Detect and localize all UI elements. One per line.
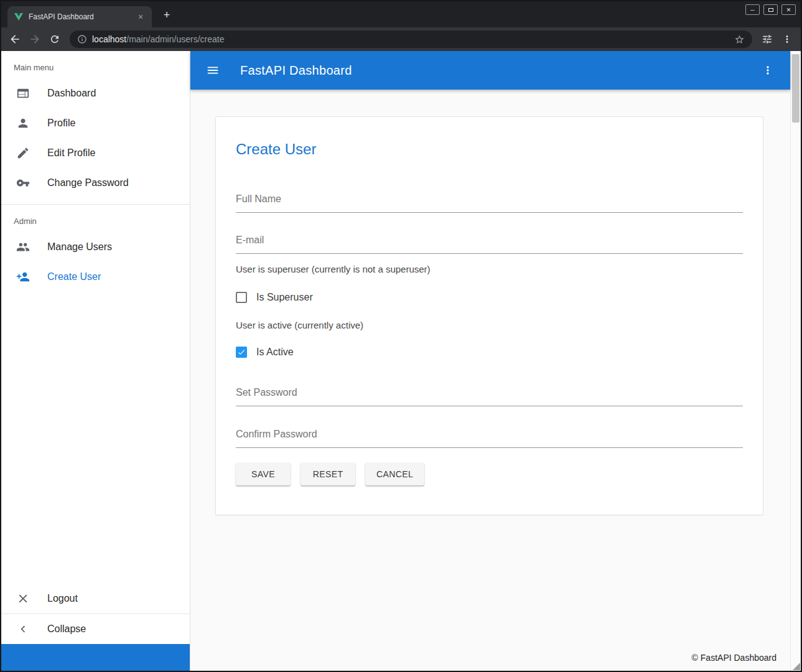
browser-menu-icon[interactable] [778, 30, 796, 48]
maximize-button[interactable] [763, 4, 778, 15]
browser-toolbar: localhost /main/admin/users/create [1, 27, 801, 51]
reset-button[interactable]: RESET [301, 463, 355, 485]
hamburger-menu-icon[interactable] [204, 62, 221, 79]
superuser-checkbox-row[interactable]: Is Superuser [236, 292, 743, 303]
sidebar-bottom-strip [1, 644, 190, 671]
full-name-field [236, 194, 743, 213]
sidebar-item-label: Edit Profile [47, 147, 95, 159]
address-bar[interactable]: localhost /main/admin/users/create [70, 30, 752, 48]
tab-title: FastAPI Dashboard [29, 12, 131, 21]
page-title: Create User [236, 141, 743, 158]
sidebar-item-label: Profile [47, 118, 75, 129]
sidebar-item-collapse[interactable]: Collapse [1, 614, 190, 644]
sidebar-item-logout[interactable]: Logout [1, 584, 190, 614]
page-body: Main menu Dashboard Profile Edit Profile… [1, 51, 801, 671]
url-host: localhost [92, 34, 126, 44]
confirm-password-input[interactable] [236, 429, 743, 440]
cancel-button[interactable]: CANCEL [365, 463, 424, 485]
active-checkbox[interactable] [236, 347, 247, 358]
app-bar: FastAPI Dashboard [190, 51, 790, 90]
new-tab-button[interactable]: + [159, 9, 174, 22]
sidebar-item-label: Logout [47, 593, 78, 604]
favicon-vue-icon [14, 12, 24, 22]
window-controls: ─ ✕ [745, 4, 796, 15]
site-info-icon[interactable] [77, 34, 87, 44]
copyright-text: © FastAPI Dashboard [692, 653, 776, 663]
email-field [236, 235, 743, 254]
sidebar-spacer [1, 292, 190, 584]
dashboard-icon [16, 86, 30, 100]
set-password-field [236, 387, 743, 406]
superuser-checkbox[interactable] [236, 292, 247, 303]
minimize-button[interactable]: ─ [745, 4, 760, 15]
sidebar-item-label: Change Password [47, 177, 129, 189]
sidebar-item-profile[interactable]: Profile [1, 108, 190, 138]
chevron-left-icon [16, 622, 30, 636]
sidebar-item-edit-profile[interactable]: Edit Profile [1, 138, 190, 168]
tab-close-icon[interactable]: × [136, 12, 146, 22]
url-path: /main/admin/users/create [126, 34, 224, 44]
appbar-more-options-icon[interactable] [759, 62, 776, 79]
sidebar-item-label: Create User [47, 271, 101, 282]
key-icon [16, 176, 30, 190]
back-button[interactable] [6, 30, 24, 48]
group-icon [16, 240, 30, 254]
sidebar-item-dashboard[interactable]: Dashboard [1, 78, 190, 108]
person-add-icon [16, 270, 30, 284]
confirm-password-field [236, 429, 743, 448]
sidebar-item-create-user[interactable]: Create User [1, 262, 190, 292]
checkmark-icon [237, 348, 246, 357]
page-footer: © FastAPI Dashboard [190, 644, 790, 671]
appbar-title: FastAPI Dashboard [240, 63, 352, 78]
browser-extension-icon[interactable] [758, 30, 776, 48]
tab-strip: FastAPI Dashboard × + ─ ✕ [1, 1, 801, 27]
resize-grip[interactable] [793, 663, 800, 670]
sidebar-item-label: Manage Users [47, 241, 112, 253]
form-buttons: SAVE RESET CANCEL [236, 463, 743, 485]
forward-button[interactable] [26, 30, 44, 48]
superuser-hint: User is superuser (currently is not a su… [236, 264, 743, 274]
page-scrollbar[interactable] [790, 51, 801, 671]
save-button[interactable]: SAVE [236, 463, 291, 485]
active-checkbox-row[interactable]: Is Active [236, 347, 743, 358]
maximize-icon [768, 8, 773, 12]
sidebar-item-label: Collapse [47, 623, 86, 635]
forward-arrow-icon [29, 33, 41, 45]
close-icon [16, 592, 30, 605]
sidebar-section-main: Main menu [1, 51, 190, 78]
active-checkbox-label: Is Active [256, 347, 294, 358]
sidebar-item-label: Dashboard [47, 88, 96, 99]
sidebar-item-manage-users[interactable]: Manage Users [1, 232, 190, 262]
person-icon [16, 116, 30, 130]
full-name-input[interactable] [236, 194, 743, 205]
create-user-card: Create User User is superuser (currently… [215, 116, 763, 515]
active-hint: User is active (currently active) [236, 320, 743, 330]
sidebar-item-change-password[interactable]: Change Password [1, 168, 190, 198]
reload-icon [49, 34, 60, 45]
content-area: Create User User is superuser (currently… [190, 90, 790, 644]
scrollbar-thumb[interactable] [792, 54, 800, 123]
reload-button[interactable] [46, 30, 63, 48]
email-input[interactable] [236, 235, 743, 246]
set-password-input[interactable] [236, 387, 743, 398]
browser-tab[interactable]: FastAPI Dashboard × [7, 6, 152, 27]
back-arrow-icon [9, 33, 21, 45]
main-area: FastAPI Dashboard Create User User is su… [190, 51, 790, 671]
sidebar-section-admin: Admin [1, 205, 190, 232]
superuser-checkbox-label: Is Superuser [256, 292, 313, 303]
browser-window: FastAPI Dashboard × + ─ ✕ localhost /mai… [0, 0, 802, 672]
sidebar: Main menu Dashboard Profile Edit Profile… [1, 51, 190, 671]
edit-pencil-icon [16, 146, 30, 160]
close-window-button[interactable]: ✕ [781, 4, 796, 15]
bookmark-star-icon[interactable] [734, 34, 745, 45]
